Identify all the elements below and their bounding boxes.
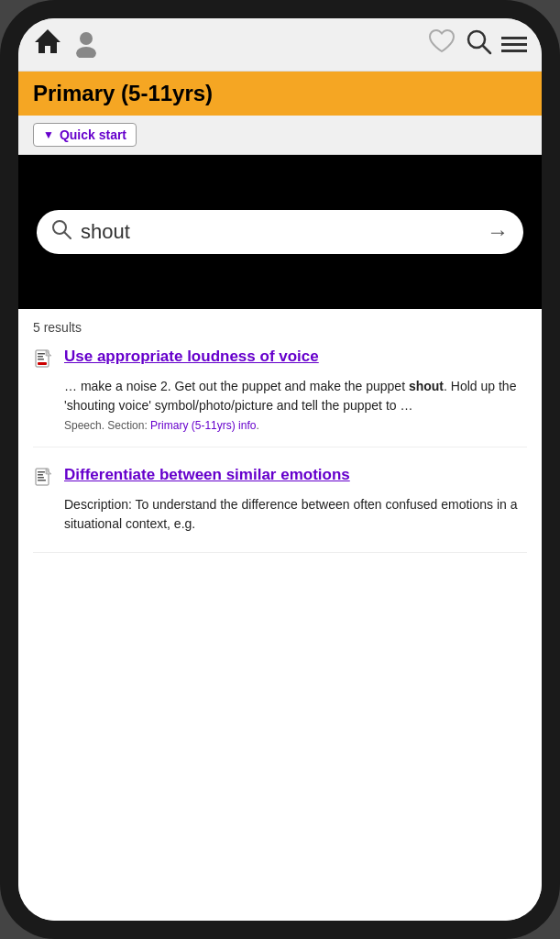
nav-bar — [18, 18, 542, 72]
results-area: 5 results Use appropriate loudness of vo… — [18, 309, 542, 921]
search-icon[interactable] — [465, 28, 492, 61]
search-go-button[interactable]: → — [487, 219, 509, 245]
quick-start-label: Quick start — [60, 127, 126, 142]
section-header: Primary (5-11yrs) — [18, 72, 542, 116]
svg-rect-18 — [38, 480, 46, 481]
quick-start-bar: ▼ Quick start — [18, 116, 542, 155]
search-area: → — [18, 155, 542, 309]
result-title-1[interactable]: Use appropriate loudness of voice — [64, 348, 319, 366]
svg-rect-11 — [38, 356, 43, 358]
result-doc-grey-icon — [33, 468, 55, 490]
person-icon[interactable] — [71, 28, 101, 61]
svg-rect-9 — [38, 362, 47, 365]
search-input[interactable] — [81, 220, 478, 244]
phone-screen: Primary (5-11yrs) ▼ Quick start → — [18, 18, 542, 921]
svg-line-4 — [483, 46, 490, 53]
results-count: 5 results — [33, 320, 527, 335]
svg-point-2 — [76, 47, 96, 58]
result-snippet-1: … make a noise 2. Get out the puppet and… — [33, 377, 527, 415]
svg-rect-17 — [38, 477, 44, 479]
search-box: → — [37, 210, 523, 254]
hamburger-menu-icon[interactable] — [501, 37, 527, 52]
result-title-row-2: Differentiate between similar emotions — [33, 466, 527, 490]
svg-marker-0 — [35, 29, 60, 53]
result-item-2: Differentiate between similar emotions D… — [33, 466, 527, 553]
result-snippet-2: Description: To understand the differenc… — [33, 495, 527, 534]
svg-rect-10 — [38, 353, 45, 355]
section-title: Primary (5-11yrs) — [33, 81, 213, 105]
quick-start-arrow-icon: ▼ — [43, 128, 54, 141]
result-meta-1: Speech. Section: Primary (5-11yrs) info. — [33, 419, 527, 432]
phone-frame: Primary (5-11yrs) ▼ Quick start → — [0, 0, 560, 939]
heart-icon[interactable] — [428, 28, 456, 61]
svg-rect-12 — [38, 359, 44, 360]
home-icon[interactable] — [33, 28, 62, 61]
result-title-row: Use appropriate loudness of voice — [33, 348, 527, 371]
result-meta-info-link-1[interactable]: info — [238, 419, 256, 432]
result-doc-red-icon — [33, 349, 55, 371]
svg-rect-16 — [38, 474, 43, 476]
svg-rect-15 — [38, 471, 45, 473]
search-box-icon — [51, 219, 71, 245]
quick-start-button[interactable]: ▼ Quick start — [33, 123, 137, 147]
svg-line-6 — [64, 232, 71, 238]
svg-point-1 — [80, 32, 93, 45]
result-title-2[interactable]: Differentiate between similar emotions — [64, 466, 350, 484]
result-item: Use appropriate loudness of voice … make… — [33, 348, 527, 447]
result-meta-link-1[interactable]: Primary (5-11yrs) — [150, 419, 236, 432]
